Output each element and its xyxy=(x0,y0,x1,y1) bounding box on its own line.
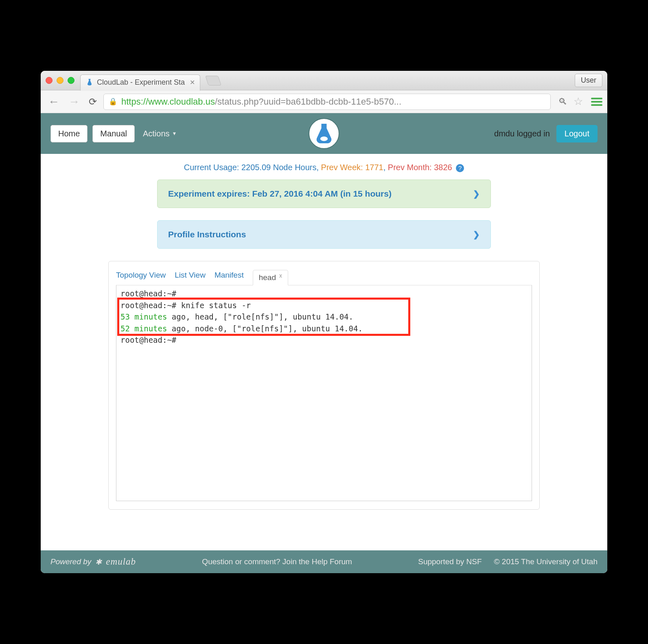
maximize-window-icon[interactable] xyxy=(68,77,74,84)
terminal-line: root@head:~# xyxy=(120,288,528,300)
prev-week-val: 1771 xyxy=(365,163,383,172)
expire-text: Experiment expires: Feb 27, 2016 4:04 AM… xyxy=(168,189,392,199)
profile-instructions-panel[interactable]: Profile Instructions ❯ xyxy=(157,220,491,249)
new-tab-button[interactable] xyxy=(205,76,221,85)
prompt: root@head:~# xyxy=(120,301,181,310)
url-bar[interactable]: 🔒 https://www.cloudlab.us/status.php?uui… xyxy=(103,94,551,110)
logout-button[interactable]: Logout xyxy=(556,125,598,142)
svg-rect-0 xyxy=(89,79,91,79)
actions-label: Actions xyxy=(143,129,170,138)
supported-by: Supported by NSF xyxy=(418,557,482,566)
browser-window: CloudLab - Experiment Sta ✕ User ← → ⟳ 🔒… xyxy=(41,71,607,573)
terminal-line: 52 minutes ago, node-0, ["role[nfs]"], u… xyxy=(120,323,528,335)
reload-icon[interactable]: ⟳ xyxy=(86,96,99,107)
brand-name: emulab xyxy=(106,556,136,567)
copyright: © 2015 The University of Utah xyxy=(494,557,598,566)
menu-icon[interactable] xyxy=(591,96,602,107)
time-ago: 52 minutes xyxy=(120,324,167,333)
app-navbar: Home Manual Actions ▼ dmdu logged in Log… xyxy=(41,113,607,154)
prev-week-label: Prev Week: xyxy=(321,163,366,172)
forward-icon: → xyxy=(66,95,82,108)
usage-sep: , xyxy=(383,163,388,172)
line-rest: ago, node-0, ["role[nfs]"], ubuntu 14.04… xyxy=(167,324,362,333)
tab-head-label: head xyxy=(259,273,276,282)
caret-down-icon: ▼ xyxy=(172,131,177,136)
terminal-line: 53 minutes ago, head, ["role[nfs]"], ubu… xyxy=(120,311,528,323)
prev-month-label: Prev Month: xyxy=(388,163,434,172)
view-tabs: Topology View List View Manifest head x xyxy=(116,269,532,285)
chevron-right-icon: ❯ xyxy=(473,189,480,199)
prev-month-val: 3826 xyxy=(434,163,452,172)
tab-list[interactable]: List View xyxy=(175,271,206,284)
usage-hours: 2205.09 Node Hours, xyxy=(241,163,321,172)
time-ago: 53 minutes xyxy=(120,312,167,321)
lock-icon: 🔒 xyxy=(109,97,117,106)
url-scheme: https xyxy=(121,96,141,107)
browser-toolbar: ← → ⟳ 🔒 https://www.cloudlab.us/status.p… xyxy=(41,90,607,113)
minimize-window-icon[interactable] xyxy=(57,77,63,84)
browser-tab[interactable]: CloudLab - Experiment Sta ✕ xyxy=(80,74,200,91)
url-host: ://www.cloudlab.us xyxy=(141,96,215,107)
titlebar: CloudLab - Experiment Sta ✕ User xyxy=(41,71,607,90)
tab-title: CloudLab - Experiment Sta xyxy=(97,78,185,87)
logged-in-text: dmdu logged in xyxy=(494,129,550,138)
cloudlab-logo-icon xyxy=(309,118,339,149)
tab-close-icon[interactable]: x xyxy=(279,272,282,279)
actions-dropdown[interactable]: Actions ▼ xyxy=(143,129,177,138)
tab-close-icon[interactable]: ✕ xyxy=(190,79,195,86)
usage-line: Current Usage: 2205.09 Node Hours, Prev … xyxy=(50,160,598,180)
url-path: /status.php?uuid=ba61bdbb-dcbb-11e5-b570… xyxy=(215,96,401,107)
help-icon[interactable]: ? xyxy=(456,164,464,172)
user-menu-button[interactable]: User xyxy=(575,74,602,87)
powered-label: Powered by xyxy=(50,557,91,566)
line-rest: ago, head, ["role[nfs]"], ubuntu 14.04. xyxy=(167,312,353,321)
bookmark-star-icon[interactable]: ☆ xyxy=(574,95,583,108)
experiment-expire-panel[interactable]: Experiment expires: Feb 27, 2016 4:04 AM… xyxy=(157,180,491,208)
home-button[interactable]: Home xyxy=(50,125,88,142)
help-forum-link[interactable]: Question or comment? Join the Help Forum xyxy=(148,557,406,566)
svg-point-1 xyxy=(320,136,328,141)
tab-head[interactable]: head x xyxy=(253,270,288,285)
command: knife status -r xyxy=(181,301,251,310)
chevron-right-icon: ❯ xyxy=(473,230,480,239)
usage-label: Current Usage: xyxy=(184,163,241,172)
terminal-panel: Topology View List View Manifest head x … xyxy=(108,261,540,510)
instructions-text: Profile Instructions xyxy=(168,230,246,239)
favicon-icon xyxy=(85,79,94,87)
terminal-line: root@head:~# xyxy=(120,334,528,346)
tab-manifest[interactable]: Manifest xyxy=(215,271,244,284)
back-icon[interactable]: ← xyxy=(46,95,62,108)
close-window-icon[interactable] xyxy=(46,77,53,84)
emulab-logo-icon: ✱ xyxy=(95,557,102,567)
powered-by: Powered by ✱ emulab xyxy=(50,556,136,567)
footer: Powered by ✱ emulab Question or comment?… xyxy=(41,550,607,573)
terminal-line: root@head:~# knife status -r xyxy=(120,300,528,311)
manual-button[interactable]: Manual xyxy=(92,125,135,142)
traffic-lights xyxy=(46,77,74,84)
terminal-output[interactable]: root@head:~# root@head:~# knife status -… xyxy=(116,285,532,501)
search-icon[interactable]: 🔍︎ xyxy=(558,96,567,107)
tab-topology[interactable]: Topology View xyxy=(116,271,166,284)
page-content: Current Usage: 2205.09 Node Hours, Prev … xyxy=(41,154,607,526)
